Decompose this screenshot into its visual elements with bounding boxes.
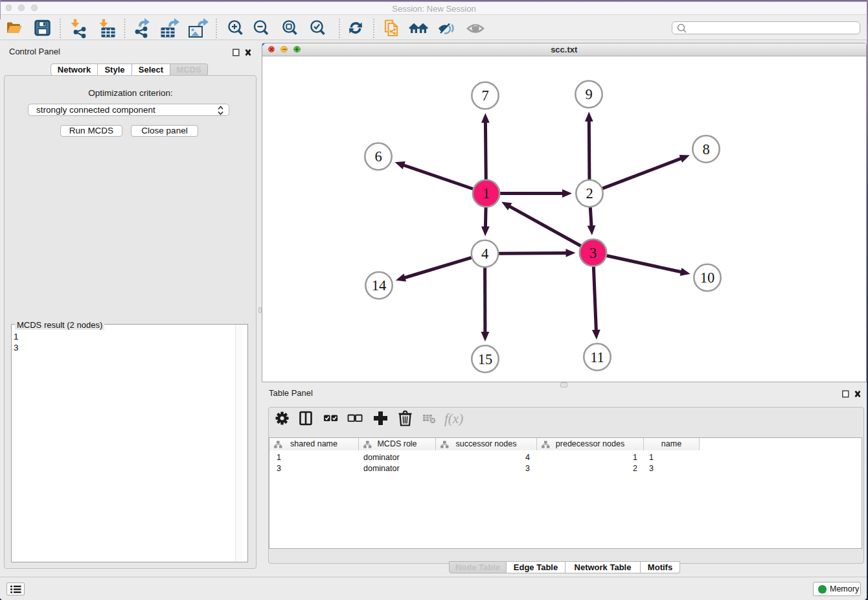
svg-text:7: 7 xyxy=(481,87,488,104)
svg-text:4: 4 xyxy=(481,246,488,262)
svg-text:8: 8 xyxy=(702,141,709,157)
svg-text:11: 11 xyxy=(590,349,604,365)
svg-text:3: 3 xyxy=(589,244,597,260)
svg-text:9: 9 xyxy=(585,86,592,102)
svg-text:10: 10 xyxy=(700,270,715,286)
svg-text:15: 15 xyxy=(478,351,493,367)
svg-text:6: 6 xyxy=(374,148,382,165)
svg-text:2: 2 xyxy=(586,185,593,202)
svg-text:1: 1 xyxy=(483,185,490,202)
svg-text:14: 14 xyxy=(372,277,387,294)
